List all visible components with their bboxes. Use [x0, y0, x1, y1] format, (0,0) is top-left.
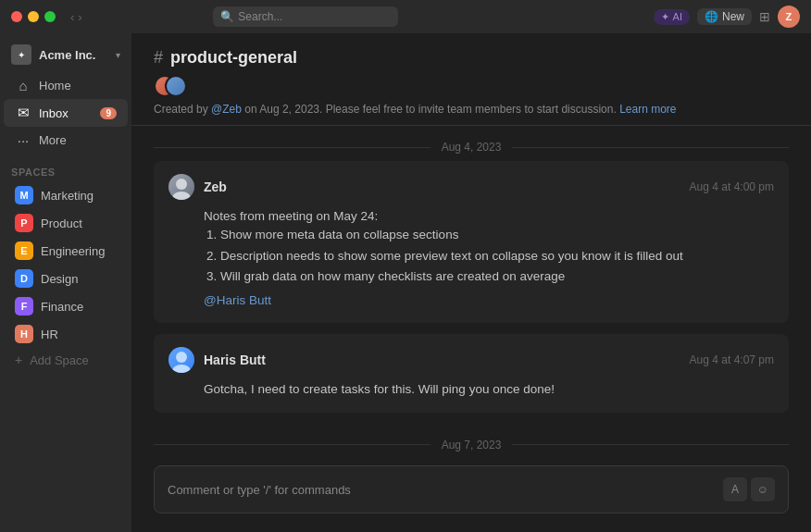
sidebar-item-hr[interactable]: H HR — [4, 320, 128, 348]
date-aug4-label: Aug 4, 2023 — [442, 141, 502, 154]
design-avatar: D — [15, 269, 33, 288]
chevron-down-icon: ▾ — [116, 50, 120, 60]
list-item-2: Description needs to show some preview t… — [220, 247, 774, 266]
search-icon: 🔍 — [220, 10, 234, 23]
hr-label: HR — [41, 328, 58, 341]
hash-icon: # — [154, 48, 163, 68]
svg-point-0 — [176, 179, 187, 190]
engineering-avatar: E — [15, 241, 33, 260]
message-zeb-header: Zeb Aug 4 at 4:00 pm — [168, 174, 774, 200]
title-bar: ‹ › 🔍 Search... ✦ AI 🌐 New ⊞ Z — [0, 0, 811, 33]
comment-input-placeholder: Comment or type '/' for commands — [168, 483, 723, 497]
hr-avatar: H — [15, 325, 33, 343]
haris-message-body: Gotcha, I need to create tasks for this.… — [168, 380, 774, 399]
maximize-button[interactable] — [44, 11, 56, 22]
learn-more-link[interactable]: Learn more — [619, 103, 676, 116]
zeb-avatar — [168, 174, 194, 200]
channel-avatar-2 — [165, 75, 187, 97]
back-arrow-icon[interactable]: ‹ — [70, 10, 74, 24]
svg-point-1 — [172, 192, 191, 200]
inbox-label: Inbox — [39, 106, 69, 120]
haris-avatar — [168, 347, 194, 373]
zeb-message-list: Show more meta data on collapse sections… — [204, 226, 774, 286]
zeb-mention[interactable]: @Haris Butt — [204, 293, 271, 307]
inbox-badge: 9 — [100, 107, 117, 119]
description-pre: Created by — [154, 103, 211, 116]
input-area: Comment or type '/' for commands A ☺ — [131, 454, 811, 532]
new-button[interactable]: 🌐 New — [697, 8, 752, 25]
add-space-button[interactable]: + Add Space — [4, 348, 128, 372]
messages-area: Aug 4, 2023 Zeb Aug 4 at 4:00 pm Notes f… — [131, 126, 811, 454]
channel-title: # product-general — [154, 48, 789, 68]
channel-description: Created by @Zeb on Aug 2, 2023. Please f… — [154, 103, 789, 116]
date-divider-aug4: Aug 4, 2023 — [154, 126, 789, 161]
more-label: More — [39, 133, 67, 147]
workspace-name: Acme Inc. — [39, 48, 95, 62]
sidebar-item-product[interactable]: P Product — [4, 209, 128, 237]
zeb-author-name: Zeb — [204, 179, 227, 194]
finance-avatar: F — [15, 297, 33, 315]
message-zeb: Zeb Aug 4 at 4:00 pm Notes from meeting … — [154, 161, 789, 323]
nav-arrows: ‹ › — [70, 10, 82, 24]
message-haris-header: Haris Butt Aug 4 at 4:07 pm — [168, 347, 774, 373]
zeb-message-body: Notes from meeting on May 24: Show more … — [168, 207, 774, 310]
home-icon: ⌂ — [15, 78, 31, 93]
search-placeholder: Search... — [238, 10, 282, 23]
svg-point-2 — [176, 352, 187, 363]
message-haris: Haris Butt Aug 4 at 4:07 pm Gotcha, I ne… — [154, 334, 789, 412]
channel-header: # product-general Created by @Zeb on Aug… — [131, 33, 811, 126]
workspace-header[interactable]: ✦ Acme Inc. ▾ — [0, 33, 131, 72]
forward-arrow-icon[interactable]: › — [78, 10, 81, 24]
date-aug7-label: Aug 7, 2023 — [442, 439, 502, 452]
product-label: Product — [41, 217, 82, 230]
sidebar: ✦ Acme Inc. ▾ ⌂ Home ✉ Inbox 9 ··· More … — [0, 33, 131, 532]
app-body: ✦ Acme Inc. ▾ ⌂ Home ✉ Inbox 9 ··· More … — [0, 33, 811, 532]
date-divider-aug7: Aug 7, 2023 — [154, 424, 789, 455]
marketing-avatar: M — [15, 186, 33, 204]
haris-message-time: Aug 4 at 4:07 pm — [690, 353, 774, 366]
zeb-message-text: Notes from meeting on May 24: — [204, 207, 774, 226]
input-action-btn-2[interactable]: ☺ — [751, 477, 775, 501]
sidebar-item-inbox[interactable]: ✉ Inbox 9 — [4, 99, 128, 127]
list-item-3: Will grab data on how many checklists ar… — [220, 267, 774, 286]
engineering-label: Engineering — [41, 244, 105, 258]
zeb-message-time: Aug 4 at 4:00 pm — [690, 180, 774, 193]
svg-point-3 — [172, 365, 191, 373]
minimize-button[interactable] — [28, 11, 39, 22]
sidebar-item-home[interactable]: ⌂ Home — [4, 72, 128, 99]
more-icon: ··· — [15, 132, 31, 148]
channel-name: product-general — [170, 48, 297, 68]
ai-badge[interactable]: ✦ AI — [654, 9, 690, 25]
haris-message-text: Gotcha, I need to create tasks for this.… — [204, 380, 774, 399]
comment-input-wrapper[interactable]: Comment or type '/' for commands A ☺ — [154, 465, 789, 513]
product-avatar: P — [15, 214, 33, 232]
home-label: Home — [39, 79, 71, 93]
input-actions: A ☺ — [723, 477, 775, 501]
sidebar-item-marketing[interactable]: M Marketing — [4, 181, 128, 209]
main-content: # product-general Created by @Zeb on Aug… — [131, 33, 811, 532]
add-space-label: Add Space — [30, 353, 89, 367]
close-button[interactable] — [11, 11, 22, 22]
ai-icon: ✦ — [661, 11, 669, 23]
search-bar[interactable]: 🔍 Search... — [213, 6, 398, 27]
new-label: New — [722, 10, 744, 23]
spaces-section-label: Spaces — [0, 154, 131, 181]
sidebar-item-finance[interactable]: F Finance — [4, 292, 128, 320]
globe-icon: 🌐 — [705, 10, 718, 23]
finance-label: Finance — [41, 300, 83, 314]
title-bar-right: ✦ AI 🌐 New ⊞ Z — [654, 6, 800, 28]
plus-icon: + — [15, 353, 22, 367]
inbox-icon: ✉ — [15, 105, 31, 121]
sidebar-item-engineering[interactable]: E Engineering — [4, 237, 128, 265]
ai-label: AI — [673, 11, 682, 22]
sidebar-item-design[interactable]: D Design — [4, 265, 128, 292]
grid-icon[interactable]: ⊞ — [759, 9, 770, 24]
sidebar-item-more[interactable]: ··· More — [4, 127, 128, 154]
haris-author-name: Haris Butt — [204, 353, 266, 367]
user-avatar[interactable]: Z — [778, 6, 800, 28]
description-mid: on Aug 2, 2023. Please feel free to invi… — [242, 103, 617, 116]
description-user-link[interactable]: @Zeb — [211, 103, 242, 116]
traffic-lights — [11, 11, 56, 22]
marketing-label: Marketing — [41, 189, 94, 203]
input-action-btn-1[interactable]: A — [723, 477, 747, 501]
